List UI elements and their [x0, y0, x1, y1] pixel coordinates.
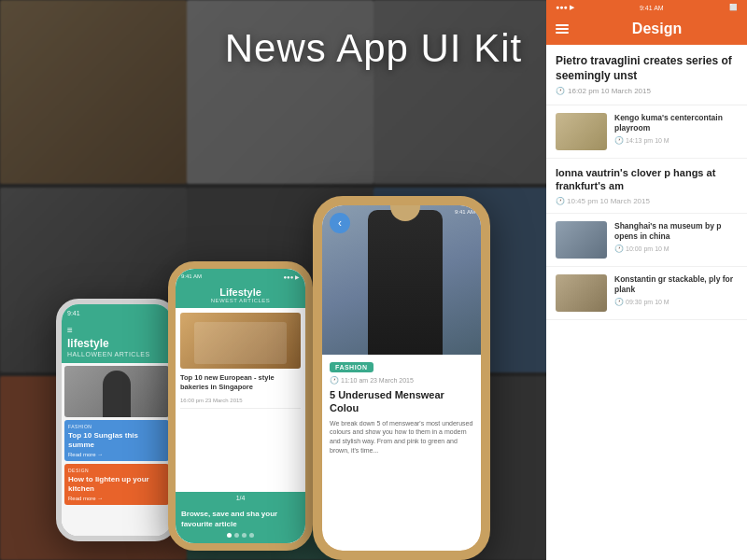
- article-img-left: [64, 366, 169, 417]
- featured-meta: 🕐 16:02 pm 10 March 2015: [556, 87, 738, 95]
- article-info-3: Shanghai's na museum by p opens in china…: [614, 221, 738, 253]
- mid-article-meta: 16:00 pm 23 March 2015: [180, 398, 301, 403]
- status-bar-mid: 9:41 AM ●●● ▶: [176, 269, 305, 284]
- right-time: 9:41 AM: [640, 5, 664, 11]
- right-signal: ●●● ▶: [556, 4, 574, 11]
- phone-left-screen: 9:41 ≡ lifestyle Halloween Articles FASH…: [62, 304, 172, 536]
- center-content: FASHION 🕐 11:10 am 23 March 2015 5 Under…: [322, 355, 481, 551]
- fashion-category: FASHION: [68, 424, 165, 429]
- design-headline: How to lighten up your kitchen: [68, 475, 165, 493]
- article-title-1: Kengo kuma's centercontain playroom: [614, 113, 738, 133]
- bottom-section-mid: Browse, save and sha your favourite arti…: [176, 504, 305, 543]
- center-status-bar: 9:41 AM: [455, 209, 475, 215]
- header-title-mid: Lifestyle: [181, 287, 300, 298]
- mid-article-title: Top 10 new European - style bakeries in …: [180, 373, 301, 392]
- header-subtitle-left: Halloween Articles: [67, 351, 166, 357]
- right-battery: ⬜: [729, 4, 738, 11]
- bottom-dots: [181, 533, 300, 538]
- right-article-row-1[interactable]: Kengo kuma's centercontain playroom 🕐 14…: [546, 105, 747, 159]
- right-header-title: Design: [576, 21, 738, 37]
- center-person-figure: [368, 210, 443, 355]
- bottom-text-mid: Browse, save and sha your favourite arti…: [181, 510, 300, 529]
- right-featured-article[interactable]: Pietro travaglini creates series of seem…: [546, 45, 747, 105]
- article-thumb-1: [556, 113, 607, 150]
- pagination-mid: 1/4: [176, 492, 305, 504]
- article-meta-2: 🕐 10:45 pm 10 March 2015: [556, 197, 738, 205]
- article-title-4: Konstantin gr stackable, ply for plank: [614, 274, 738, 295]
- status-time-left: 9:41: [67, 310, 80, 316]
- dot-1: [227, 533, 232, 538]
- fashion-headline: Top 10 Sunglas this summe: [68, 431, 165, 449]
- right-article-row-4[interactable]: Konstantin gr stackable, ply for plank 🕐…: [546, 267, 747, 320]
- mid-article-img: [180, 313, 301, 369]
- right-article-row-3[interactable]: Shanghai's na museum by p opens in china…: [546, 214, 747, 267]
- right-status-bar: ●●● ▶ 9:41 AM ⬜: [546, 0, 747, 15]
- clock-icon-2: 🕐: [556, 197, 565, 205]
- header-left: ≡ lifestyle Halloween Articles: [62, 321, 172, 363]
- dot-4: [249, 533, 254, 538]
- featured-headline: Pietro travaglini creates series of seem…: [556, 54, 738, 83]
- fashion-badge: FASHION: [330, 362, 374, 372]
- fashion-readmore: Read more →: [68, 452, 165, 457]
- menu-line-3: [556, 32, 569, 34]
- article-thumb-4: [556, 274, 607, 312]
- menu-line-1: [556, 24, 569, 26]
- status-icons-mid: ●●● ▶: [283, 273, 300, 280]
- clock-icon-1: 🕐: [614, 136, 624, 145]
- right-panel: ●●● ▶ 9:41 AM ⬜ Design Pietro travaglini…: [546, 0, 747, 560]
- menu-icon-left: ≡: [67, 325, 166, 335]
- phone-mid-screen: 9:41 AM ●●● ▶ Lifestyle NEWEST ARTICLES …: [176, 269, 305, 543]
- design-readmore: Read more →: [68, 496, 165, 501]
- person-silhouette: [103, 371, 131, 417]
- article-meta-1: 🕐 14:13 pm 10 M: [614, 136, 738, 145]
- clock-icon-center: 🕐: [330, 376, 339, 385]
- phone-left: 9:41 ≡ lifestyle Halloween Articles FASH…: [56, 299, 177, 541]
- right-article-row-2[interactable]: Ionna vautrin's clover p hangs at frankf…: [546, 159, 747, 214]
- article-title-3: Shanghai's na museum by p opens in china: [614, 221, 738, 242]
- design-category: DESIGN: [68, 468, 165, 473]
- center-body-text: We break down 5 of menswear's most under…: [330, 419, 473, 455]
- dot-2: [234, 533, 239, 538]
- status-bar-left: 9:41: [62, 304, 172, 321]
- menu-line-2: [556, 28, 569, 30]
- header-sub-mid: NEWEST ARTICLES: [181, 298, 300, 303]
- menu-icon-right[interactable]: [556, 24, 569, 34]
- clock-icon-3: 🕐: [614, 245, 624, 253]
- center-headline: 5 Underused Menswear Colou: [330, 388, 473, 415]
- clock-icon-4: 🕐: [614, 298, 624, 306]
- content-mid: Top 10 new European - style bakeries in …: [176, 308, 305, 492]
- clock-icon-featured: 🕐: [556, 87, 565, 95]
- design-card: DESIGN How to lighten up your kitchen Re…: [64, 464, 169, 505]
- center-article-meta: 🕐 11:10 am 23 March 2015: [330, 376, 473, 385]
- content-area-left: FASHION Top 10 Sunglas this summe Read m…: [62, 363, 172, 536]
- article-title-2: Ionna vautrin's clover p hangs at frankf…: [556, 166, 738, 193]
- dot-3: [242, 533, 247, 538]
- phone-mid: 9:41 AM ●●● ▶ Lifestyle NEWEST ARTICLES …: [168, 261, 313, 551]
- status-time-mid: 9:41 AM: [181, 273, 202, 279]
- notch: [374, 196, 430, 205]
- article-thumb-3: [556, 221, 607, 259]
- article-meta-3: 🕐 10:00 pm 10 M: [614, 245, 738, 253]
- fashion-card: FASHION Top 10 Sunglas this summe Read m…: [64, 420, 169, 461]
- phone-center: 9:41 AM ‹ FASHION 🕐 11:10 am 23 March 20…: [313, 196, 490, 560]
- back-button[interactable]: ‹: [330, 213, 350, 233]
- right-articles-list: Pietro travaglini creates series of seem…: [546, 45, 747, 560]
- right-header: Design: [546, 15, 747, 45]
- article-meta-4: 🕐 09:30 pm 10 M: [614, 298, 738, 306]
- article-info-2: Ionna vautrin's clover p hangs at frankf…: [556, 166, 738, 205]
- header-mid: Lifestyle NEWEST ARTICLES: [176, 284, 305, 308]
- mid-divider: [180, 408, 301, 409]
- header-title-left: lifestyle: [67, 337, 166, 350]
- phone-center-screen: 9:41 AM ‹ FASHION 🕐 11:10 am 23 March 20…: [322, 205, 481, 551]
- article-info-1: Kengo kuma's centercontain playroom 🕐 14…: [614, 113, 738, 145]
- center-top-img: 9:41 AM ‹: [322, 205, 481, 355]
- article-info-4: Konstantin gr stackable, ply for plank 🕐…: [614, 274, 738, 306]
